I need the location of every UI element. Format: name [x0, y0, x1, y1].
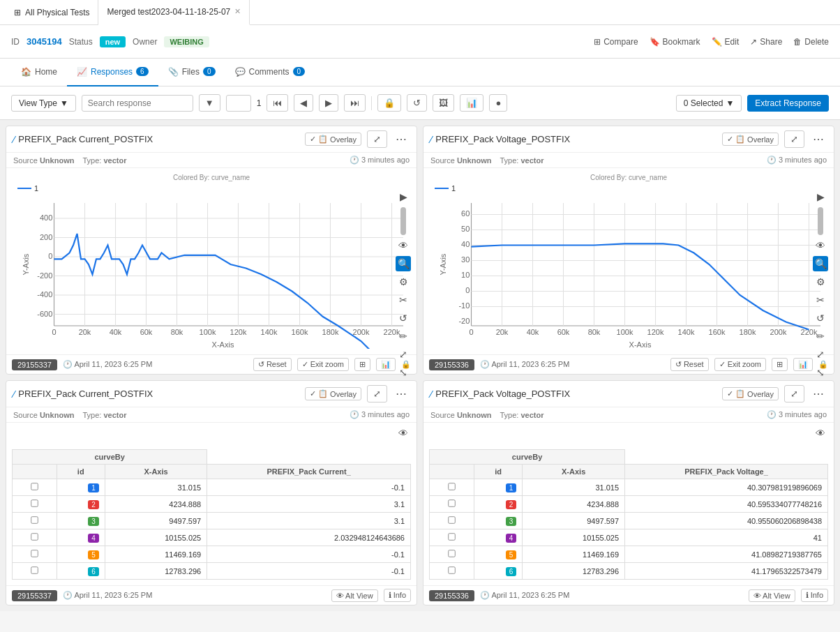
slider-track-2[interactable] — [818, 207, 823, 235]
share-btn[interactable]: ↗ Share — [750, 37, 782, 47]
edit-btn[interactable]: ✏️ Edit — [712, 37, 740, 47]
row-checkbox-r[interactable] — [430, 563, 474, 580]
active-tab[interactable]: Merged test2023-04-11-18-25-07 ✕ — [98, 0, 250, 25]
table-row: 3 9497.597 40.955060206898438 — [430, 513, 828, 529]
table-card-bottom-right: ∕ PREFIX_Pack Voltage_POSTFIX ✓ 📋 Overla… — [423, 380, 834, 605]
eye-tool-2[interactable]: 👁 — [813, 238, 828, 253]
app-home-tab[interactable]: ⊞ All Physical Tests — [6, 0, 98, 25]
overlay-btn-top-left[interactable]: ✓ 📋 Overlay — [305, 133, 361, 146]
row-checkbox-r[interactable] — [430, 479, 474, 496]
reset-btn-top-right[interactable]: ↺ Reset — [670, 358, 709, 371]
last-page-btn[interactable]: ⏭ — [344, 94, 366, 112]
eye-tool[interactable]: 👁 — [396, 238, 411, 253]
card-actions-bottom-right: ✓ 📋 Overlay ⤢ ⋯ — [722, 385, 827, 402]
row-checkbox[interactable] — [13, 546, 57, 563]
toolbar-right: 0 Selected ▼ Extract Response — [676, 95, 829, 112]
play-tool-2[interactable]: ▶ — [813, 189, 828, 204]
close-tab-btn[interactable]: ✕ — [234, 7, 241, 16]
gear-tool[interactable]: ⚙ — [396, 274, 411, 289]
exit-zoom-btn-top-left[interactable]: ✓ Exit zoom — [297, 358, 349, 371]
search-tool[interactable]: 🔍 — [396, 256, 411, 271]
overlay-btn-bottom-right[interactable]: ✓ 📋 Overlay — [722, 387, 779, 400]
tab-btn-top-left[interactable]: ⊞ — [354, 358, 370, 371]
search-tool-2[interactable]: 🔍 — [813, 256, 828, 271]
card-menu-bottom-right[interactable]: ⋯ — [810, 387, 827, 400]
info-btn-right[interactable]: ℹ Info — [801, 589, 828, 602]
tab-home-label: Home — [35, 67, 57, 77]
eye-tool-table-right[interactable]: 👁 — [813, 426, 828, 441]
image-btn[interactable]: 🖼 — [433, 94, 454, 112]
slider-track[interactable] — [400, 207, 406, 235]
card-menu-bottom-left[interactable]: ⋯ — [393, 387, 410, 400]
alt-view-btn-left[interactable]: 👁 Alt View — [331, 589, 378, 602]
overlay-btn-bottom-left[interactable]: ✓ 📋 Overlay — [305, 387, 361, 400]
row-checkbox-r[interactable] — [430, 529, 474, 546]
tab-btn-top-right[interactable]: ⊞ — [772, 358, 788, 371]
circle-btn[interactable]: ● — [489, 94, 507, 112]
tab-home[interactable]: 🏠 Home — [11, 59, 67, 86]
expand-tool-2[interactable]: ⤢ — [813, 347, 828, 362]
pen-tool[interactable]: ✏ — [396, 329, 411, 344]
first-page-btn[interactable]: ⏮ — [267, 94, 288, 112]
row-checkbox[interactable] — [13, 496, 57, 513]
svg-text:100k: 100k — [200, 328, 216, 336]
extract-response-btn[interactable]: Extract Response — [747, 95, 829, 112]
chart-title-icon-4: ∕ — [430, 389, 432, 400]
reset-btn-top-left[interactable]: ↺ Reset — [253, 358, 292, 371]
sync-btn[interactable]: ↺ — [407, 94, 427, 112]
delete-btn[interactable]: 🗑 Delete — [793, 37, 829, 47]
expand-btn-bottom-left[interactable]: ⤢ — [367, 385, 387, 402]
exit-zoom-btn-top-right[interactable]: ✓ Exit zoom — [714, 358, 766, 371]
filter-btn[interactable]: ▼ — [199, 94, 220, 112]
next-page-btn[interactable]: ▶ — [319, 94, 338, 112]
scissors-tool[interactable]: ✂ — [396, 292, 411, 308]
table-wrapper-bottom-left: curveBy id X-Axis PREFIX_Pack Current_ 1… — [6, 444, 417, 585]
shrink-tool-2[interactable]: ⤡ — [813, 365, 828, 380]
row-checkbox[interactable] — [13, 563, 57, 580]
overlay-btn-top-right[interactable]: ✓ 📋 Overlay — [722, 133, 779, 146]
scissors-tool-2[interactable]: ✂ — [813, 292, 828, 308]
bar-btn-top-left[interactable]: 📊 — [376, 358, 396, 371]
refresh-tool-2[interactable]: ↺ — [813, 310, 828, 326]
compare-btn[interactable]: ⊞ Compare — [594, 37, 638, 47]
selected-btn[interactable]: 0 Selected ▼ — [676, 95, 742, 112]
prev-page-btn[interactable]: ◀ — [294, 94, 313, 112]
expand-btn-bottom-right[interactable]: ⤢ — [784, 385, 804, 402]
bar-btn-top-right[interactable]: 📊 — [793, 358, 813, 371]
table-row: 3 9497.597 3.1 — [13, 513, 411, 529]
alt-view-btn-right[interactable]: 👁 Alt View — [749, 589, 795, 602]
delete-icon: 🗑 — [793, 37, 802, 47]
page-current-input[interactable]: 1 — [226, 95, 251, 112]
eye-tool-table[interactable]: 👁 — [396, 426, 411, 441]
info-btn-left[interactable]: ℹ Info — [384, 589, 411, 602]
row-checkbox[interactable] — [13, 513, 57, 529]
expand-tool[interactable]: ⤢ — [396, 347, 411, 362]
expand-btn-top-right[interactable]: ⤢ — [784, 130, 804, 148]
shrink-tool[interactable]: ⤡ — [396, 365, 411, 380]
lock-btn[interactable]: 🔒 — [377, 94, 401, 112]
gear-tool-2[interactable]: ⚙ — [813, 274, 828, 289]
tab-files[interactable]: 📎 Files 0 — [158, 59, 225, 86]
row-checkbox[interactable] — [13, 479, 57, 496]
play-tool[interactable]: ▶ — [396, 189, 411, 204]
row-checkbox[interactable] — [13, 529, 57, 546]
svg-text:0: 0 — [465, 286, 470, 294]
tab-comments[interactable]: 💬 Comments 0 — [225, 59, 315, 86]
expand-btn-top-left[interactable]: ⤢ — [367, 130, 387, 148]
bookmark-btn[interactable]: 🔖 Bookmark — [650, 37, 700, 47]
overlay-icon-3: 📋 — [318, 389, 328, 398]
row-checkbox-r[interactable] — [430, 513, 474, 529]
row-checkbox-r[interactable] — [430, 546, 474, 563]
refresh-tool[interactable]: ↺ — [396, 310, 411, 326]
view-type-btn[interactable]: View Type ▼ — [11, 95, 76, 112]
pen-tool-2[interactable]: ✏ — [813, 329, 828, 344]
row-checkbox-r[interactable] — [430, 496, 474, 513]
card-menu-top-right[interactable]: ⋯ — [810, 133, 827, 146]
tab-responses[interactable]: 📈 Responses 6 — [67, 59, 158, 86]
table-row: 1 31.015 40.307981919896069 — [430, 479, 828, 496]
row-value-r: 40.307981919896069 — [625, 479, 828, 496]
search-input[interactable] — [82, 95, 193, 112]
card-menu-top-left[interactable]: ⋯ — [393, 133, 410, 146]
row-value: -0.1 — [207, 546, 411, 563]
chart-view-btn[interactable]: 📊 — [460, 94, 483, 112]
